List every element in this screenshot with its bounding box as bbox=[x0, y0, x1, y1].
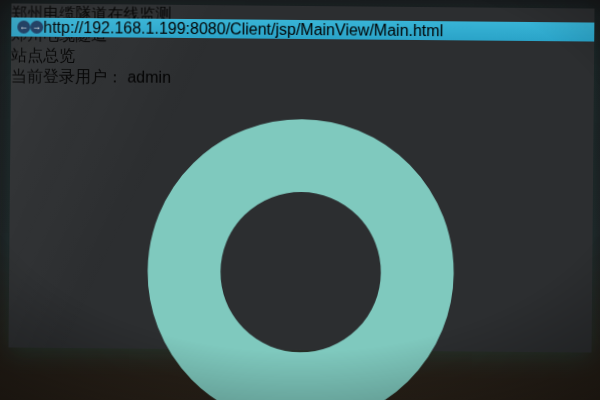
url-text: http://192.168.1.199:8080/Client/jsp/Mai… bbox=[43, 18, 443, 38]
app-page: 郑州电缆隧道在线监测 郑州电缆隧道 站点总览 当前登录用户： admin 个人中… bbox=[0, 3, 594, 400]
photo-of-monitor: ← → http://192.168.1.199:8080/Client/jsp… bbox=[0, 0, 600, 400]
login-user-label: 当前登录用户： bbox=[11, 67, 123, 85]
url-field[interactable]: http://192.168.1.199:8080/Client/jsp/Mai… bbox=[43, 18, 443, 39]
browser-back-button[interactable]: ← bbox=[17, 21, 30, 34]
monitor-screen: ← → http://192.168.1.199:8080/Client/jsp… bbox=[9, 3, 595, 352]
user-panel: 当前登录用户： admin 个人中心 退出系统 bbox=[0, 66, 594, 400]
browser-forward-button[interactable]: → bbox=[30, 21, 43, 34]
person-icon bbox=[6, 87, 594, 400]
username: admin bbox=[127, 68, 171, 85]
